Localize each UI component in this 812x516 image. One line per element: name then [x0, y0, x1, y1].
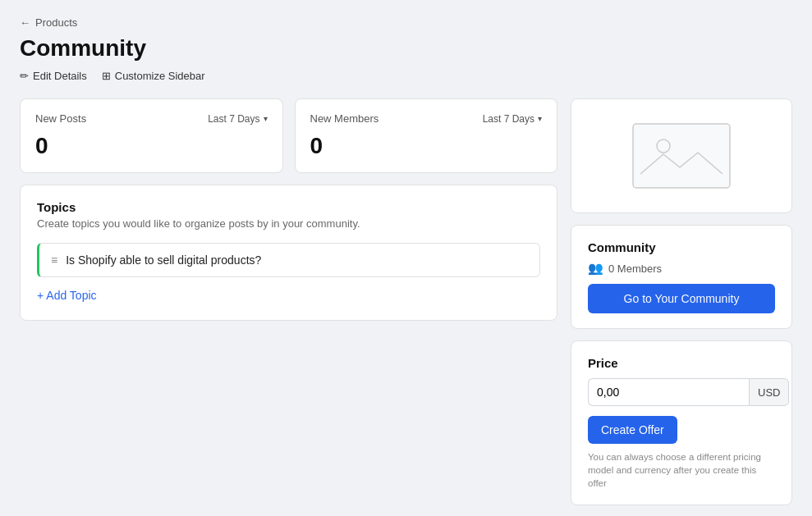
- breadcrumb-link[interactable]: Products: [35, 16, 77, 29]
- left-column: New Posts Last 7 Days ▾ 0 New Members La…: [20, 98, 557, 321]
- customize-sidebar-link[interactable]: ⊞ Customize Sidebar: [102, 70, 205, 82]
- stats-row: New Posts Last 7 Days ▾ 0 New Members La…: [20, 98, 557, 173]
- price-title: Price: [588, 356, 775, 370]
- topics-card: Topics Create topics you would like to o…: [20, 185, 557, 321]
- new-members-value: 0: [310, 133, 543, 159]
- price-input[interactable]: [588, 378, 749, 406]
- topic-text: Is Shopify able to sell digital products…: [66, 253, 261, 267]
- new-posts-card: New Posts Last 7 Days ▾ 0: [20, 98, 283, 173]
- price-input-row: USD: [588, 378, 775, 406]
- offer-note: You can always choose a different pricin…: [588, 450, 775, 490]
- new-members-card: New Members Last 7 Days ▾ 0: [295, 98, 558, 173]
- members-count: 0 Members: [608, 263, 662, 275]
- currency-label: USD: [749, 378, 789, 406]
- new-posts-period[interactable]: Last 7 Days ▾: [208, 113, 267, 125]
- members-row: 👥 0 Members: [588, 261, 775, 276]
- new-posts-label: New Posts: [35, 112, 86, 125]
- create-offer-button[interactable]: Create Offer: [588, 416, 677, 444]
- new-posts-value: 0: [35, 133, 268, 159]
- image-placeholder-svg: [632, 123, 731, 189]
- pencil-icon: ✏: [20, 70, 29, 82]
- sidebar-icon: ⊞: [102, 70, 111, 82]
- topic-item: ≡ Is Shopify able to sell digital produc…: [37, 243, 540, 277]
- new-members-label: New Members: [310, 112, 379, 125]
- topics-title: Topics: [37, 200, 540, 214]
- image-placeholder-card: [571, 98, 792, 213]
- main-layout: New Posts Last 7 Days ▾ 0 New Members La…: [20, 98, 792, 505]
- new-members-period[interactable]: Last 7 Days ▾: [483, 113, 542, 125]
- community-info-title: Community: [588, 240, 775, 254]
- chevron-down-icon: ▾: [264, 114, 268, 123]
- chevron-down-icon: ▾: [538, 114, 542, 123]
- topics-subtitle: Create topics you would like to organize…: [37, 217, 540, 230]
- members-icon: 👥: [588, 261, 603, 276]
- price-card: Price USD Create Offer You can always ch…: [571, 340, 792, 505]
- community-info-card: Community 👥 0 Members Go to Your Communi…: [571, 225, 792, 329]
- stat-header: New Posts Last 7 Days ▾: [35, 112, 268, 125]
- breadcrumb-arrow: ←: [20, 16, 30, 29]
- add-topic-button[interactable]: + Add Topic: [37, 285, 97, 305]
- right-column: Community 👥 0 Members Go to Your Communi…: [571, 98, 792, 505]
- stat-header: New Members Last 7 Days ▾: [310, 112, 543, 125]
- action-bar: ✏ Edit Details ⊞ Customize Sidebar: [20, 70, 792, 82]
- drag-handle-icon: ≡: [51, 253, 57, 267]
- go-to-community-button[interactable]: Go to Your Community: [588, 284, 775, 313]
- breadcrumb: ← Products: [20, 16, 792, 29]
- edit-details-link[interactable]: ✏ Edit Details: [20, 70, 87, 82]
- page-title: Community: [20, 35, 792, 62]
- svg-rect-0: [633, 124, 730, 188]
